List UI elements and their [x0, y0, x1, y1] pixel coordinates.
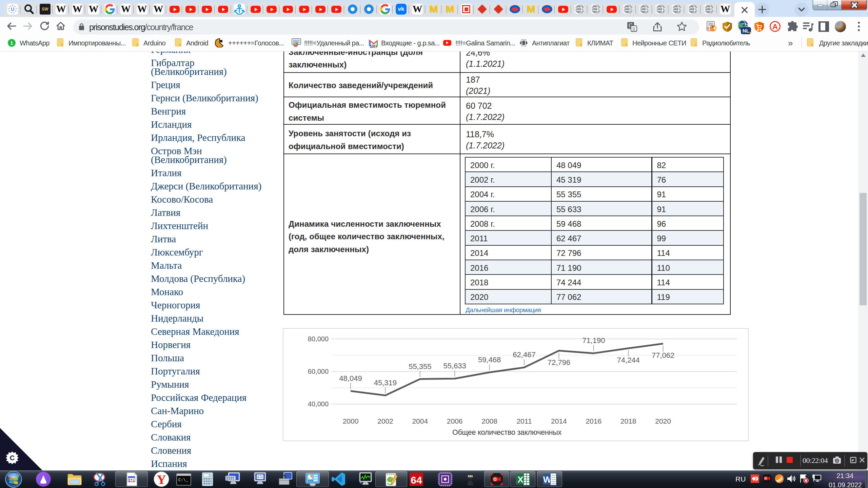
svg-text:0: 0: [209, 474, 211, 477]
svg-text:48,049: 48,049: [339, 374, 362, 383]
svg-text:60,000: 60,000: [308, 368, 329, 375]
svg-text:2006: 2006: [447, 417, 463, 425]
svg-text:2002: 2002: [377, 417, 393, 425]
svg-text:Y: Y: [157, 472, 166, 487]
svg-text:100+: 100+: [370, 45, 378, 48]
svg-text:64: 64: [411, 474, 422, 486]
svg-text:2004: 2004: [412, 417, 428, 425]
svg-text:59,468: 59,468: [478, 355, 501, 364]
svg-text:2011: 2011: [516, 417, 532, 425]
svg-text:45,319: 45,319: [374, 379, 397, 387]
svg-text:2008: 2008: [481, 417, 497, 425]
svg-text:Общее количество заключенных: Общее количество заключенных: [452, 428, 562, 436]
svg-text:2020: 2020: [655, 417, 671, 425]
svg-text:X: X: [517, 474, 524, 485]
svg-text:62,467: 62,467: [513, 350, 535, 359]
svg-text:文: 文: [632, 26, 636, 32]
svg-text:NL: NL: [743, 28, 749, 34]
svg-text:55,355: 55,355: [409, 362, 431, 371]
svg-text:C:\_: C:\_: [178, 478, 189, 483]
svg-text:80,000: 80,000: [308, 335, 329, 343]
svg-text:2018: 2018: [620, 417, 636, 425]
svg-text:71,190: 71,190: [582, 336, 605, 345]
svg-text:40,000: 40,000: [308, 400, 329, 408]
svg-text:2000: 2000: [343, 417, 359, 425]
svg-text:74,244: 74,244: [617, 356, 640, 364]
svg-text:72,796: 72,796: [548, 358, 570, 367]
svg-text:2016: 2016: [586, 417, 601, 425]
svg-text:77,062: 77,062: [652, 351, 674, 360]
svg-text:55,633: 55,633: [443, 362, 466, 370]
svg-text:2014: 2014: [551, 417, 567, 425]
